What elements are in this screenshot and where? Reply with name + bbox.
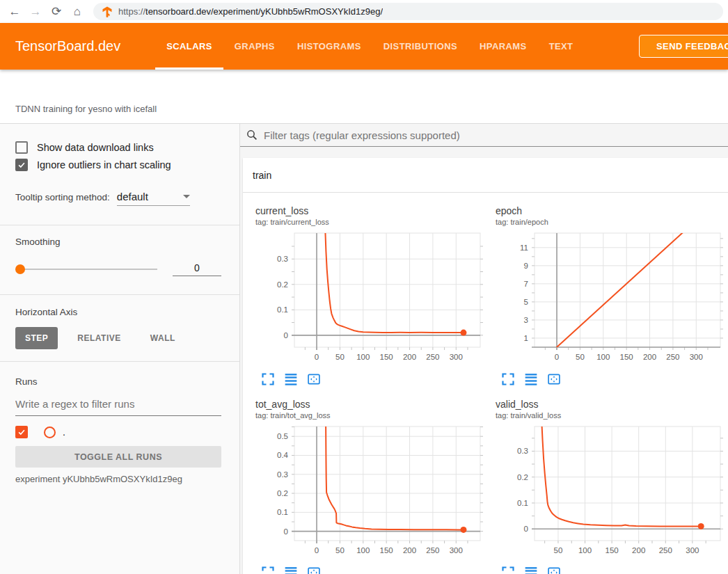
charts-grid: current_losstag: train/current_loss05010… [243, 193, 728, 574]
url-scheme: https:// [118, 6, 145, 17]
chevron-down-icon [183, 195, 190, 198]
fit-domain-icon[interactable] [547, 372, 561, 386]
tab-histograms[interactable]: HISTOGRAMS [286, 23, 372, 70]
chart-plot-tot_avg_loss[interactable]: 05010015020025030000.10.20.30.40.5 [247, 425, 487, 564]
svg-text:0.5: 0.5 [277, 432, 288, 440]
back-icon[interactable]: ← [4, 3, 25, 21]
send-feedback-button[interactable]: SEND FEEDBACK [639, 35, 728, 58]
run-name: . [63, 426, 65, 438]
ignore-outliers-checkbox[interactable]: Ignore outliers in chart scaling [15, 159, 221, 171]
smoothing-value-input[interactable]: 0 [173, 262, 221, 276]
chart-actions [501, 566, 727, 574]
svg-text:150: 150 [380, 546, 393, 555]
brand-title: TensorBoard.dev [15, 38, 120, 54]
chart-epoch: epochtag: train/epoch0501001502002503001… [487, 205, 727, 386]
svg-text:150: 150 [620, 353, 633, 361]
axis-wall-button[interactable]: WALL [141, 327, 185, 349]
forward-icon[interactable]: → [25, 3, 46, 21]
svg-text:150: 150 [380, 353, 393, 361]
svg-text:0.4: 0.4 [277, 451, 289, 459]
checkbox-icon[interactable] [15, 141, 28, 154]
svg-text:0: 0 [284, 527, 288, 536]
expand-icon[interactable] [501, 566, 515, 574]
tab-scalars[interactable]: SCALARS [155, 23, 223, 70]
browser-toolbar: ← → ⟳ ⌂ https://tensorboard.dev/experime… [0, 0, 728, 23]
url-text: https://tensorboard.dev/experiment/yKUbh… [118, 6, 383, 17]
svg-text:0.2: 0.2 [277, 489, 288, 497]
svg-text:100: 100 [356, 546, 370, 555]
expand-icon[interactable] [261, 372, 275, 386]
smoothing-slider[interactable] [15, 269, 157, 270]
run-row: . [15, 426, 221, 438]
ignore-outliers-label: Ignore outliers in chart scaling [37, 159, 171, 170]
main-panel: train current_losstag: train/current_los… [240, 124, 728, 574]
chart-plot-epoch[interactable]: 0501001502002503001357911 [487, 232, 727, 371]
log-scale-icon[interactable] [524, 566, 538, 574]
toggle-all-runs-button[interactable]: TOGGLE ALL RUNS [15, 446, 221, 468]
svg-text:50: 50 [335, 546, 345, 555]
train-section-header[interactable]: train [243, 158, 728, 193]
svg-text:50: 50 [335, 353, 345, 361]
svg-text:150: 150 [606, 546, 619, 555]
runs-filter-input[interactable] [15, 395, 221, 416]
chart-plot-valid_loss[interactable]: 5010015020025030000.10.20.3 [487, 425, 727, 564]
svg-text:5: 5 [524, 298, 528, 306]
chart-plot-current_loss[interactable]: 05010015020025030000.10.20.3 [247, 232, 487, 371]
settings-sidebar: Show data download links Ignore outliers… [0, 124, 240, 574]
svg-text:0: 0 [524, 525, 528, 533]
smoothing-label: Smoothing [15, 237, 221, 247]
show-download-links-label: Show data download links [37, 142, 154, 153]
svg-text:250: 250 [659, 546, 672, 555]
fit-domain-icon[interactable] [307, 566, 321, 574]
chart-tag: tag: train/tot_avg_loss [255, 411, 487, 420]
app-header: TensorBoard.dev SCALARSGRAPHSHISTOGRAMSD… [0, 23, 728, 70]
tab-hparams[interactable]: HPARAMS [468, 23, 538, 70]
tab-distributions[interactable]: DISTRIBUTIONS [372, 23, 468, 70]
horizontal-axis-buttons: STEPRELATIVEWALL [15, 327, 221, 349]
url-bar[interactable]: https://tensorboard.dev/experiment/yKUbh… [93, 3, 723, 20]
expand-icon[interactable] [261, 566, 275, 574]
chart-current_loss: current_losstag: train/current_loss05010… [247, 205, 487, 386]
svg-text:100: 100 [596, 353, 610, 361]
runs-label: Runs [15, 376, 221, 387]
svg-text:50: 50 [576, 353, 585, 361]
svg-text:0: 0 [315, 546, 319, 555]
svg-text:0.1: 0.1 [277, 305, 288, 314]
nav-tabs: SCALARSGRAPHSHISTOGRAMSDISTRIBUTIONSHPAR… [155, 23, 584, 70]
svg-text:100: 100 [578, 546, 592, 555]
axis-relative-button[interactable]: RELATIVE [68, 327, 130, 349]
fit-domain-icon[interactable] [307, 372, 321, 386]
log-scale-icon[interactable] [284, 372, 298, 386]
svg-text:0: 0 [284, 331, 288, 340]
filter-tags-row [240, 124, 728, 147]
home-icon[interactable]: ⌂ [67, 3, 88, 21]
chart-title: tot_avg_loss [255, 399, 487, 410]
svg-text:0.1: 0.1 [517, 499, 528, 507]
tab-graphs[interactable]: GRAPHS [223, 23, 286, 70]
chart-title: valid_loss [496, 399, 727, 410]
fit-domain-icon[interactable] [547, 566, 561, 574]
svg-text:50: 50 [554, 546, 563, 555]
filter-tags-input[interactable] [264, 129, 722, 141]
expand-icon[interactable] [501, 372, 515, 386]
tooltip-sorting-dropdown[interactable]: default [117, 191, 190, 206]
log-scale-icon[interactable] [524, 372, 538, 386]
svg-text:0.3: 0.3 [277, 255, 288, 263]
url-path: tensorboard.dev/experiment/yKUbhb5wRmOSX… [145, 6, 383, 17]
log-scale-icon[interactable] [284, 566, 298, 574]
svg-text:100: 100 [356, 353, 370, 361]
tooltip-sorting-label: Tooltip sorting method: [15, 192, 110, 202]
smoothing-slider-thumb[interactable] [15, 264, 25, 274]
tab-text[interactable]: TEXT [538, 23, 585, 70]
horizontal-axis-label: Horizontal Axis [15, 307, 221, 317]
show-download-links-checkbox[interactable]: Show data download links [15, 141, 221, 154]
svg-text:200: 200 [632, 546, 645, 555]
svg-text:250: 250 [426, 353, 439, 361]
run-checkbox[interactable] [15, 426, 28, 438]
svg-text:0.2: 0.2 [277, 280, 288, 289]
chart-title: epoch [496, 205, 727, 216]
experiment-id-label: experiment yKUbhb5wRmOSXYkId1z9eg [15, 474, 221, 484]
axis-step-button[interactable]: STEP [15, 327, 58, 349]
reload-icon[interactable]: ⟳ [46, 3, 67, 21]
checkbox-icon[interactable] [15, 159, 28, 171]
